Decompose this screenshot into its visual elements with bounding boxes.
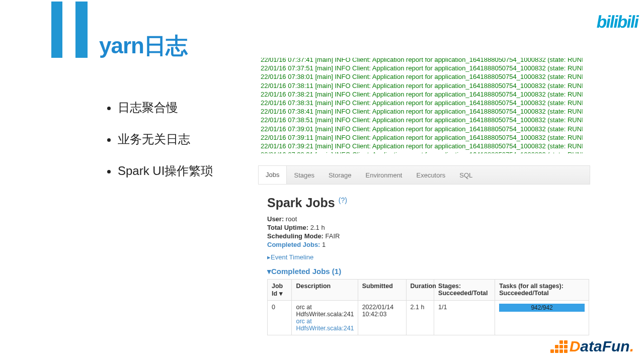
datafun-period: . [630,338,634,355]
log-line: 22/01/16 07:39:21 [main] INFO Client: Ap… [261,142,583,150]
spark-heading-text: Spark Jobs [267,196,339,210]
log-line: 22/01/16 07:38:21 [main] INFO Client: Ap… [261,90,583,99]
spark-tabs: Jobs Stages Storage Environment Executor… [258,165,590,185]
spark-heading: Spark Jobs (?) [267,196,581,210]
col-stages[interactable]: Stages: Succeeded/Total [434,280,495,301]
bullet-item: 业务无关日志 [118,132,213,147]
cell-submitted: 2022/01/14 10:42:03 [358,301,406,335]
cell-tasks: 942/942 [495,301,589,335]
cell-stages: 1/1 [434,301,495,335]
tab-jobs[interactable]: Jobs [259,166,287,184]
log-line: 22/01/16 07:37:51 [main] INFO Client: Ap… [261,64,583,72]
jobs-table: Job Id ▾ Description Submitted Duration … [267,279,589,335]
log-line: 22/01/16 07:38:41 [main] INFO Client: Ap… [261,107,583,116]
log-line: 22/01/16 07:38:11 [main] INFO Client: Ap… [261,81,583,90]
slide: yarn日志 bilibili 日志聚合慢 业务无关日志 Spark UI操作繁… [0,0,644,362]
tab-executors[interactable]: Executors [409,171,452,179]
log-line: 22/01/16 07:39:31 [main] INFO Client: Ap… [261,150,583,153]
tab-stages[interactable]: Stages [287,171,321,179]
bullet-item: Spark UI操作繁琐 [118,164,213,178]
log-line: 22/01/16 07:38:31 [main] INFO Client: Ap… [261,99,583,107]
task-progress-text: 942/942 [499,304,585,312]
cell-jobid: 0 [268,301,292,335]
datafun-dots-icon [550,339,568,353]
tab-sql[interactable]: SQL [452,171,479,179]
log-line: 22/01/16 07:38:01 [main] INFO Client: Ap… [261,72,583,81]
cell-duration: 2.1 h [406,301,434,335]
log-line: 22/01/16 07:37:41 [main] INFO Client: Ap… [261,58,583,64]
slide-title: yarn日志 [99,31,187,61]
col-submitted[interactable]: Submitted [358,280,406,301]
col-tasks[interactable]: Tasks (for all stages): Succeeded/Total [495,280,589,301]
col-jobid[interactable]: Job Id ▾ [268,280,292,301]
tab-storage[interactable]: Storage [321,171,359,179]
datafun-rest: ataFun [580,338,629,355]
desc-link[interactable]: orc at HdfsWriter.scala:241 [296,318,353,332]
log-line: 22/01/16 07:39:01 [main] INFO Client: Ap… [261,125,583,133]
desc-text: orc at HdfsWriter.scala:241 [296,304,354,318]
log-line: 22/01/16 07:39:11 [main] INFO Client: Ap… [261,133,583,142]
log-line: 22/01/16 07:38:51 [main] INFO Client: Ap… [261,116,583,124]
kv-uptime: Total Uptime: 2.1 h [267,224,581,231]
accent-bar-1 [51,2,62,58]
accent-bar-2 [75,2,88,58]
event-timeline-toggle[interactable]: Event Timeline [267,253,581,261]
task-progress-bar: 942/942 [499,304,585,312]
tab-environment[interactable]: Environment [359,171,410,179]
bilibili-logo: bilibili [595,12,639,32]
spark-ui-panel: Jobs Stages Storage Environment Executor… [258,165,590,339]
completed-jobs-header[interactable]: Completed Jobs (1) [267,267,581,276]
table-header-row: Job Id ▾ Description Submitted Duration … [268,280,589,301]
datafun-d: D [570,338,581,355]
yarn-log-output: 22/01/16 07:37:31 [main] INFO Client: Ap… [261,58,583,153]
cell-description: orc at HdfsWriter.scala:241 orc at HdfsW… [292,301,358,335]
kv-scheduling: Scheduling Mode: FAIR [267,232,581,240]
help-icon[interactable]: (?) [339,196,347,204]
col-description[interactable]: Description [292,280,358,301]
spark-body: Spark Jobs (?) User: root Total Uptime: … [258,185,590,339]
kv-completed: Completed Jobs: 1 [267,241,581,248]
bullet-item: 日志聚合慢 [118,101,213,115]
table-row[interactable]: 0 orc at HdfsWriter.scala:241 orc at Hdf… [268,301,589,335]
kv-user: User: root [267,215,581,223]
bullet-list: 日志聚合慢 业务无关日志 Spark UI操作繁琐 [86,101,213,195]
datafun-logo: DataFun. [550,338,634,355]
col-duration[interactable]: Duration [406,280,434,301]
